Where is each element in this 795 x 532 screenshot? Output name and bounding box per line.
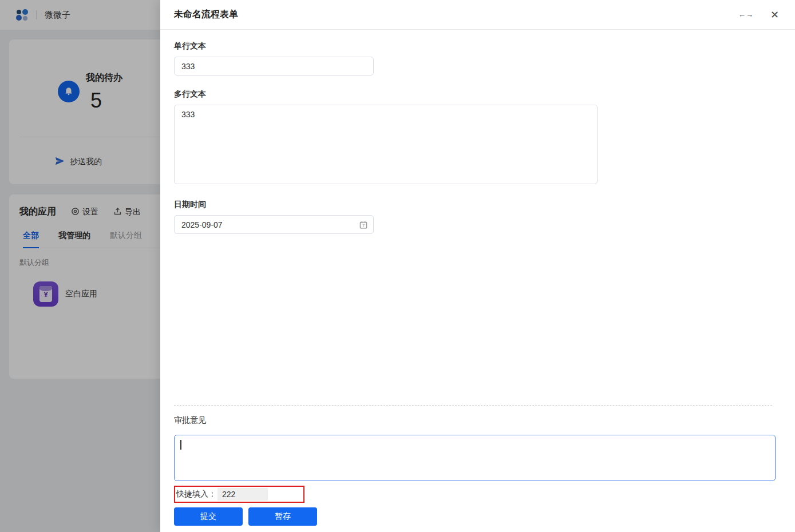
action-buttons: 提交 暂存 <box>174 507 772 526</box>
quick-fill-option[interactable]: 222 <box>217 488 268 501</box>
drawer-header: 未命名流程表单 ←→ ✕ <box>160 0 795 30</box>
quick-fill-row: 快捷填入： 222 <box>174 486 304 503</box>
multi-text-textarea[interactable]: 333 <box>174 105 598 184</box>
text-cursor <box>180 440 181 450</box>
drawer-mask[interactable] <box>0 0 160 532</box>
close-icon[interactable]: ✕ <box>770 9 779 21</box>
single-text-input[interactable] <box>174 57 374 76</box>
field-multi-text: 多行文本 333 <box>174 89 781 186</box>
datetime-input[interactable] <box>174 215 374 234</box>
form-body: 单行文本 多行文本 333 日期时间 7 <box>160 30 795 405</box>
expand-width-icon[interactable]: ←→ <box>738 10 753 19</box>
submit-button[interactable]: 提交 <box>174 507 243 526</box>
approval-textarea-wrap <box>174 435 776 481</box>
approval-textarea[interactable] <box>175 435 775 481</box>
approval-label: 审批意见 <box>174 415 772 426</box>
field-single-text: 单行文本 <box>174 41 781 76</box>
quick-fill-label: 快捷填入： <box>176 489 216 499</box>
drawer-title: 未命名流程表单 <box>174 9 238 21</box>
save-draft-button[interactable]: 暂存 <box>248 507 317 526</box>
approval-footer: 审批意见 快捷填入： 222 提交 暂存 <box>160 405 795 532</box>
footer-divider <box>174 405 772 406</box>
process-form-drawer: 未命名流程表单 ←→ ✕ 单行文本 多行文本 333 日期时间 7 <box>160 0 795 532</box>
multi-text-label: 多行文本 <box>174 89 781 100</box>
single-text-label: 单行文本 <box>174 41 781 51</box>
field-datetime: 日期时间 7 <box>174 200 781 234</box>
datetime-label: 日期时间 <box>174 200 781 210</box>
